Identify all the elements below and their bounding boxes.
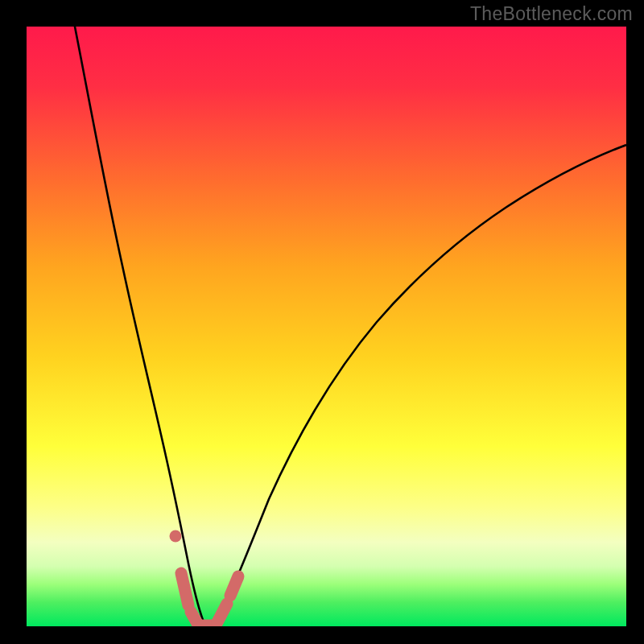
plot-background (27, 27, 626, 626)
svg-point-1 (170, 530, 182, 543)
chart-stage: TheBottleneck.com (0, 0, 644, 644)
bottleneck-chart (0, 0, 644, 644)
watermark-label: TheBottleneck.com (470, 3, 633, 25)
